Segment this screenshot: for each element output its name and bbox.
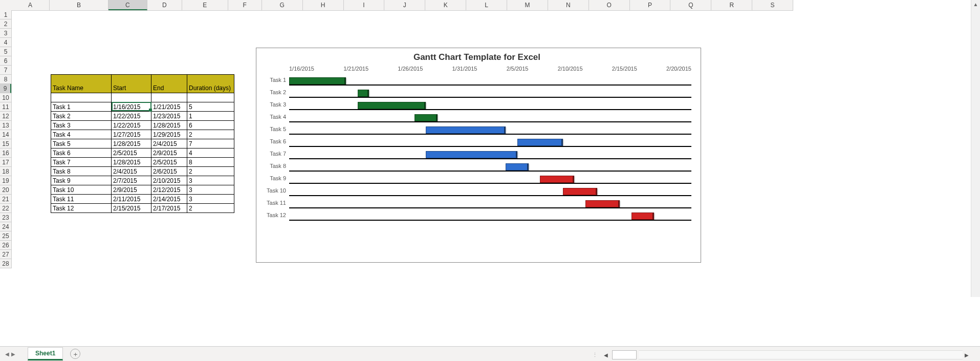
table-row[interactable]: Task 122/15/20152/17/20152 xyxy=(51,204,234,213)
col-header-S[interactable]: S xyxy=(752,0,793,10)
cell[interactable]: 3 xyxy=(187,195,234,204)
table-row[interactable]: Task 92/7/20152/10/20153 xyxy=(51,176,234,185)
cell[interactable]: 2 xyxy=(187,130,234,139)
cell[interactable]: 1/29/2015 xyxy=(151,130,187,139)
col-header-M[interactable]: M xyxy=(507,0,548,10)
row-header-21[interactable]: 21 xyxy=(0,195,11,204)
row-header-27[interactable]: 27 xyxy=(0,250,11,259)
hscroll-thumb[interactable] xyxy=(612,350,637,359)
row-header-12[interactable]: 12 xyxy=(0,112,11,121)
cell[interactable]: 1/16/2015 xyxy=(112,102,151,112)
vertical-scrollbar[interactable]: ▲ xyxy=(971,0,980,297)
row-header-28[interactable]: 28 xyxy=(0,259,11,268)
table-row[interactable] xyxy=(51,93,234,102)
scroll-right-icon[interactable]: ▶ xyxy=(963,351,971,359)
cell[interactable]: Task 8 xyxy=(51,167,112,176)
row-header-19[interactable]: 19 xyxy=(0,176,11,185)
gantt-bar[interactable] xyxy=(506,163,529,171)
col-header-Q[interactable]: Q xyxy=(670,0,711,10)
row-header-16[interactable]: 16 xyxy=(0,148,11,158)
col-header-O[interactable]: O xyxy=(589,0,630,10)
add-sheet-button[interactable]: ＋ xyxy=(70,349,80,359)
cell[interactable]: 8 xyxy=(187,158,234,167)
select-all-corner[interactable] xyxy=(0,0,12,11)
row-header-7[interactable]: 7 xyxy=(0,66,11,75)
gantt-bar[interactable] xyxy=(563,188,597,195)
gantt-bar[interactable] xyxy=(415,114,438,121)
col-header-A[interactable]: A xyxy=(11,0,50,10)
row-header-5[interactable]: 5 xyxy=(0,47,11,56)
cell[interactable]: Task 9 xyxy=(51,176,112,185)
cell[interactable] xyxy=(187,93,234,102)
cell[interactable]: 2 xyxy=(187,204,234,213)
gantt-chart[interactable]: Gantt Chart Template for Excel 1/16/2015… xyxy=(256,48,701,263)
row-header-2[interactable]: 2 xyxy=(0,19,11,29)
cell[interactable]: 2/15/2015 xyxy=(112,204,151,213)
col-header-J[interactable]: J xyxy=(384,0,425,10)
cell[interactable]: 5 xyxy=(187,102,234,112)
table-row[interactable]: Task 71/28/20152/5/20158 xyxy=(51,158,234,167)
row-header-23[interactable]: 23 xyxy=(0,213,11,222)
col-header-H[interactable]: H xyxy=(303,0,344,10)
cell[interactable]: 2/9/2015 xyxy=(151,148,187,158)
cell[interactable]: 2/6/2015 xyxy=(151,167,187,176)
cell[interactable]: Task 10 xyxy=(51,185,112,195)
cell[interactable]: 2 xyxy=(187,167,234,176)
row-header-13[interactable]: 13 xyxy=(0,121,11,130)
table-row[interactable]: Task 31/22/20151/28/20156 xyxy=(51,121,234,130)
col-header-I[interactable]: I xyxy=(344,0,385,10)
col-header-K[interactable]: K xyxy=(425,0,466,10)
cell[interactable]: 1/28/2015 xyxy=(112,158,151,167)
row-header-25[interactable]: 25 xyxy=(0,231,11,241)
cell[interactable]: 2/4/2015 xyxy=(151,139,187,148)
gantt-bar[interactable] xyxy=(358,90,369,97)
sheet-tab-active[interactable]: Sheet1 xyxy=(28,347,63,360)
cell[interactable]: Task 12 xyxy=(51,204,112,213)
cell[interactable]: 1/22/2015 xyxy=(112,121,151,130)
row-header-26[interactable]: 26 xyxy=(0,241,11,250)
cell[interactable]: 1/22/2015 xyxy=(112,112,151,121)
cell[interactable]: 2/12/2015 xyxy=(151,185,187,195)
scroll-left-icon[interactable]: ◀ xyxy=(602,351,610,359)
cell[interactable]: 3 xyxy=(187,176,234,185)
cell[interactable]: 1/23/2015 xyxy=(151,112,187,121)
table-row[interactable]: Task 62/5/20152/9/20154 xyxy=(51,148,234,158)
col-header-B[interactable]: B xyxy=(50,0,108,10)
table-row[interactable]: Task 51/28/20152/4/20157 xyxy=(51,139,234,148)
hscroll-track[interactable] xyxy=(639,350,963,359)
cell[interactable] xyxy=(151,93,187,102)
tab-split-handle-icon[interactable]: ⋮ xyxy=(592,352,602,358)
row-header-15[interactable]: 15 xyxy=(0,139,11,148)
cell[interactable]: Task 5 xyxy=(51,139,112,148)
cell[interactable] xyxy=(51,93,112,102)
cell[interactable]: Task 3 xyxy=(51,121,112,130)
cell[interactable]: 2/17/2015 xyxy=(151,204,187,213)
gantt-bar[interactable] xyxy=(426,126,506,134)
row-header-20[interactable]: 20 xyxy=(0,185,11,195)
header-start[interactable]: Start xyxy=(112,75,151,93)
cell[interactable]: Task 2 xyxy=(51,112,112,121)
cell[interactable]: Task 6 xyxy=(51,148,112,158)
table-row[interactable]: Task 102/9/20152/12/20153 xyxy=(51,185,234,195)
cell[interactable]: 1/28/2015 xyxy=(151,121,187,130)
col-header-P[interactable]: P xyxy=(630,0,671,10)
table-row[interactable]: Task 41/27/20151/29/20152 xyxy=(51,130,234,139)
cell[interactable]: 1 xyxy=(187,112,234,121)
horizontal-scroll-area[interactable]: ⋮ ◀ ▶ xyxy=(592,350,971,359)
col-header-R[interactable]: R xyxy=(711,0,752,10)
cell[interactable]: 7 xyxy=(187,139,234,148)
col-header-G[interactable]: G xyxy=(262,0,303,10)
gantt-bar[interactable] xyxy=(426,151,517,158)
row-header-14[interactable]: 14 xyxy=(0,130,11,139)
row-header-3[interactable]: 3 xyxy=(0,29,11,38)
scroll-up-icon[interactable]: ▲ xyxy=(971,0,980,9)
row-header-9[interactable]: 9 xyxy=(0,84,11,93)
gantt-bar[interactable] xyxy=(585,200,620,207)
col-header-N[interactable]: N xyxy=(548,0,589,10)
gantt-bar[interactable] xyxy=(289,77,346,84)
cell[interactable]: Task 7 xyxy=(51,158,112,167)
col-header-D[interactable]: D xyxy=(147,0,182,10)
cell[interactable]: 1/21/2015 xyxy=(151,102,187,112)
header-end[interactable]: End xyxy=(151,75,187,93)
table-row[interactable]: Task 21/22/20151/23/20151 xyxy=(51,112,234,121)
